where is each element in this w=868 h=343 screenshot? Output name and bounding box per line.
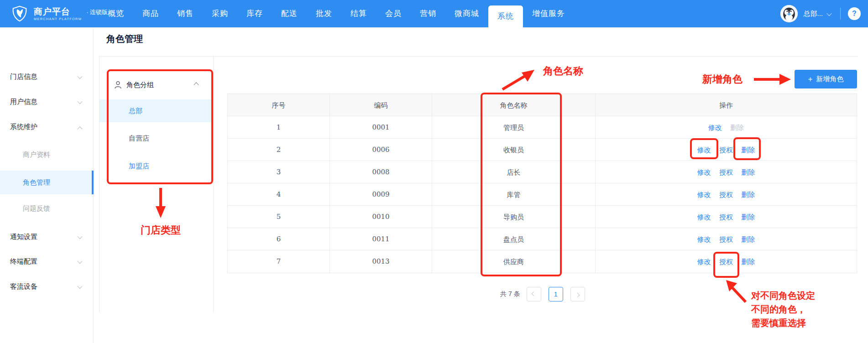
add-role-button[interactable]: + 新增角色 [795, 70, 857, 88]
column-header-index: 序号 [228, 94, 330, 116]
nav-item-members[interactable]: 会员 [376, 0, 411, 27]
help-icon[interactable]: ? [848, 7, 861, 20]
sidebar-item-notification-settings[interactable]: 通知设置 [0, 228, 94, 246]
column-header-role-name: 角色名称 [432, 94, 596, 116]
top-nav-bar: 商户平台 MERCHANT PLATFORM · 连锁版 概览 商品 销售 采购… [0, 0, 868, 27]
edit-link[interactable]: 修改 [697, 191, 711, 198]
edit-link[interactable]: 修改 [697, 146, 711, 154]
role-group-header[interactable]: 角色分组 [114, 77, 205, 93]
delete-link[interactable]: 删除 [741, 213, 755, 221]
sidebar-item-feedback[interactable]: 问题反馈 [0, 199, 94, 218]
cell-index: 5 [228, 206, 330, 228]
role-group-item-direct-store[interactable]: 自营店 [99, 127, 213, 150]
sidebar-item-role-management[interactable]: 角色管理 [0, 171, 94, 194]
cell-index: 2 [228, 139, 330, 161]
table-header-row: 序号 编码 角色名称 操作 [228, 94, 857, 116]
page-1-button[interactable]: 1 [549, 287, 563, 301]
user-avatar[interactable] [780, 5, 798, 22]
chevron-down-icon[interactable] [827, 10, 831, 18]
top-nav-menu: 概览 商品 销售 采购 库存 配送 批发 结算 会员 营销 微商城 系统 增值服… [99, 0, 574, 27]
sidebar-item-user-info[interactable]: 用户信息 [0, 93, 94, 111]
delete-link[interactable]: 删除 [741, 191, 755, 198]
cell-role-name: 导购员 [432, 206, 596, 228]
nav-item-wholesale[interactable]: 批发 [307, 0, 341, 27]
annotation-label-store-type: 门店类型 [141, 223, 181, 237]
nav-item-inventory[interactable]: 库存 [237, 0, 272, 27]
column-header-code: 编码 [330, 94, 432, 116]
annotation-label-add-role: 新增角色 [702, 73, 743, 86]
authorize-link[interactable]: 授权 [719, 213, 733, 221]
cell-code: 0009 [330, 183, 432, 206]
panel-right-border [213, 56, 214, 312]
delete-link-disabled: 删除 [730, 124, 744, 131]
edit-link[interactable]: 修改 [697, 258, 711, 265]
nav-item-microstore[interactable]: 微商城 [445, 0, 488, 27]
topbar-divider [840, 8, 841, 20]
sidebar-item-footfall-devices[interactable]: 客流设备 [0, 277, 94, 296]
cell-code: 0011 [330, 228, 432, 250]
user-name[interactable]: 总部... [803, 10, 823, 18]
nav-item-marketing[interactable]: 营销 [411, 0, 445, 27]
cell-index: 1 [228, 116, 330, 139]
authorize-link[interactable]: 授权 [719, 235, 733, 243]
sidebar-item-merchant-profile[interactable]: 商户资料 [0, 146, 94, 164]
sidebar-item-store-info[interactable]: 门店信息 [0, 68, 94, 86]
chevron-down-icon [77, 234, 82, 239]
role-group-item-franchise-store[interactable]: 加盟店 [99, 155, 213, 177]
sidebar-item-system-maintenance[interactable]: 系统维护 [0, 118, 94, 136]
table-row: 4 0009 库管 修改 授权 删除 [228, 183, 857, 206]
nav-item-sales[interactable]: 销售 [168, 0, 203, 27]
edit-link[interactable]: 修改 [708, 124, 722, 131]
plus-icon: + [808, 75, 813, 84]
cell-role-name: 收银员 [432, 139, 596, 161]
page-title: 角色管理 [106, 33, 143, 45]
authorize-link[interactable]: 授权 [719, 168, 733, 176]
cell-code: 0010 [330, 206, 432, 228]
next-page-button[interactable] [570, 287, 585, 301]
role-group-item-headquarters[interactable]: 总部 [99, 99, 213, 122]
pagination: 共 7 条 1 [500, 287, 592, 301]
nav-item-purchase[interactable]: 采购 [203, 0, 237, 27]
annotation-note: 对不同角色设定 不同的角色， 需要慎重选择 [751, 289, 815, 330]
table-row: 6 0011 盘点员 修改 授权 删除 [228, 228, 857, 250]
annotation-note-line1: 对不同角色设定 [751, 289, 815, 302]
cell-index: 4 [228, 183, 330, 206]
chevron-down-icon [77, 74, 82, 79]
cell-actions: 修改 删除 [596, 116, 857, 139]
nav-item-settlement[interactable]: 结算 [341, 0, 376, 27]
authorize-link[interactable]: 授权 [719, 146, 733, 154]
cell-actions: 修改 授权 删除 [596, 161, 857, 183]
delete-link[interactable]: 删除 [741, 258, 755, 265]
sidebar: 门店信息 用户信息 系统维护 商户资料 角色管理 问题反馈 通知设置 终端配置 [0, 27, 94, 343]
sidebar-item-terminal-config[interactable]: 终端配置 [0, 252, 94, 270]
table-row: 7 0013 供应商 修改 授权 删除 [228, 250, 857, 273]
annotation-label-role-name: 角色名称 [543, 64, 583, 78]
nav-item-value-added[interactable]: 增值服务 [523, 0, 574, 27]
cell-actions: 修改 授权 删除 [596, 183, 857, 206]
nav-item-system-active[interactable]: 系统 [488, 5, 523, 27]
table-row: 5 0010 导购员 修改 授权 删除 [228, 206, 857, 228]
cell-index: 6 [228, 228, 330, 250]
edit-link[interactable]: 修改 [697, 213, 711, 221]
edit-link[interactable]: 修改 [697, 235, 711, 243]
nav-item-delivery[interactable]: 配送 [272, 0, 307, 27]
annotation-arrow-up-right [499, 67, 539, 92]
delete-link[interactable]: 删除 [741, 168, 755, 176]
nav-item-overview[interactable]: 概览 [99, 0, 133, 27]
delete-link[interactable]: 删除 [741, 235, 755, 243]
cell-role-name: 店长 [432, 161, 596, 183]
chevron-up-icon [193, 82, 199, 87]
delete-link[interactable]: 删除 [741, 146, 755, 154]
add-role-button-label: 新增角色 [816, 75, 843, 83]
nav-item-goods[interactable]: 商品 [133, 0, 168, 27]
panel-left-border [99, 56, 99, 312]
authorize-link[interactable]: 授权 [719, 258, 733, 265]
cell-actions: 修改 授权 删除 [596, 250, 857, 273]
authorize-link[interactable]: 授权 [719, 191, 733, 198]
cell-code: 0006 [330, 139, 432, 161]
cell-actions: 修改 授权 删除 [596, 206, 857, 228]
column-header-actions: 操作 [596, 94, 857, 116]
edit-link[interactable]: 修改 [697, 168, 711, 176]
chevron-down-icon [77, 284, 82, 289]
prev-page-button[interactable] [527, 287, 541, 301]
